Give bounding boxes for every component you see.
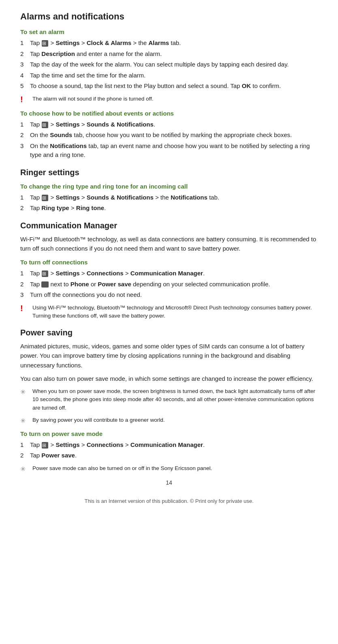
step-item: 4 Tap the time and set the time for the … <box>20 71 318 80</box>
steps-ring-type: 1 Tap > Settings > Sounds & Notification… <box>20 193 318 213</box>
heading-power-save-mode: To turn on power save mode <box>20 430 318 437</box>
step-item: 3 On the Notifications tab, tap an event… <box>20 142 318 160</box>
heading-ring-type: To change the ring type and ring tone fo… <box>20 183 318 190</box>
power-saving-para2: You can also turn on power save mode, in… <box>20 374 318 383</box>
power-saving-para1: Animated pictures, music, videos, games … <box>20 341 318 370</box>
step-item: 3 Tap the day of the week for the alarm.… <box>20 60 318 69</box>
step-item: 1 Tap > Settings > Clock & Alarms > the … <box>20 39 318 48</box>
step-item: 1 Tap > Settings > Connections > Communi… <box>20 269 318 278</box>
heading-turn-off-connections: To turn off connections <box>20 259 318 266</box>
steps-set-alarm: 1 Tap > Settings > Clock & Alarms > the … <box>20 39 318 91</box>
heading-set-alarm: To set an alarm <box>20 28 318 35</box>
steps-power-save: 1 Tap > Settings > Connections > Communi… <box>20 440 318 460</box>
step-item: 2 Tap Description and enter a name for t… <box>20 49 318 59</box>
step-item: 2 On the Sounds tab, choose how you want… <box>20 131 318 140</box>
step-item: 2 Tap Power save. <box>20 451 318 460</box>
page-title: Alarms and notifications <box>20 11 318 22</box>
menu-icon <box>42 122 48 128</box>
note-alarm-off: ! The alarm will not sound if the phone … <box>20 95 318 104</box>
exclaim-icon: ! <box>20 304 29 313</box>
section-title-power-saving: Power saving <box>20 328 318 337</box>
heading-notifications: To choose how to be notified about event… <box>20 110 318 117</box>
sun-icon: ✳ <box>20 465 29 473</box>
note-power-save-mode: ✳ When you turn on power save mode, the … <box>20 387 318 412</box>
step-item: 1 Tap > Settings > Sounds & Notification… <box>20 120 318 129</box>
note-greener-world: ✳ By saving power you will contribute to… <box>20 416 318 425</box>
step-item: 3 Turn off the connections you do not ne… <box>20 290 318 300</box>
step-item: 1 Tap > Settings > Sounds & Notification… <box>20 193 318 202</box>
step-item: 5 To choose a sound, tap the list next t… <box>20 82 318 91</box>
footer-text: This is an Internet version of this publ… <box>20 498 318 504</box>
section-title-ringer: Ringer settings <box>20 168 318 177</box>
page-number: 14 <box>20 479 318 486</box>
step-item: 2 Tap next to Phone or Power save depend… <box>20 280 318 289</box>
note-sony-ericsson-panel: ✳ Power save mode can also be turned on … <box>20 464 318 473</box>
steps-turn-off: 1 Tap > Settings > Connections > Communi… <box>20 269 318 300</box>
section-title-comm-manager: Communication Manager <box>20 221 318 230</box>
menu-icon <box>42 40 48 47</box>
steps-notifications: 1 Tap > Settings > Sounds & Notification… <box>20 120 318 160</box>
exclaim-icon: ! <box>20 95 29 104</box>
step-item: 2 Tap Ring type > Ring tone. <box>20 204 318 213</box>
sun-icon: ✳ <box>20 417 29 425</box>
comm-manager-intro: Wi-Fi™ and Bluetooth™ technology, as wel… <box>20 234 318 253</box>
menu-icon <box>42 270 48 277</box>
menu-icon <box>42 195 48 201</box>
menu-icon <box>42 442 48 449</box>
comm-manager-icon <box>41 281 49 288</box>
step-item: 1 Tap > Settings > Connections > Communi… <box>20 440 318 450</box>
note-wifi-battery: ! Using Wi-Fi™ technology, Bluetooth™ te… <box>20 304 318 320</box>
sun-icon: ✳ <box>20 388 29 396</box>
